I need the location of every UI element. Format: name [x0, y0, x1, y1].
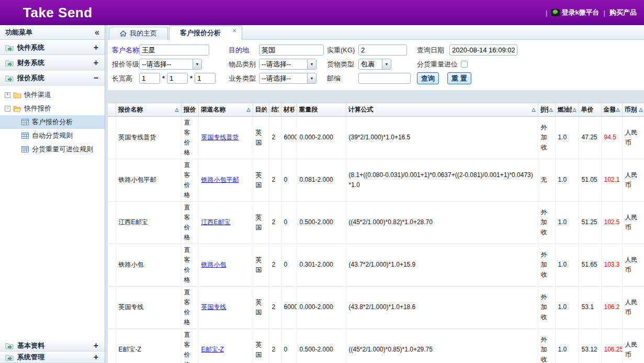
- query-date-input[interactable]: [449, 45, 517, 56]
- col-volume-factor[interactable]: 材积系数: [281, 103, 297, 116]
- settle-weight-cell: 2: [269, 244, 281, 286]
- channel-link[interactable]: 英国专线: [201, 303, 227, 311]
- length-input[interactable]: [139, 73, 160, 84]
- col-amount[interactable]: 金额△: [601, 103, 622, 116]
- row-selector-cell[interactable]: [108, 159, 116, 201]
- folder-icon: [13, 92, 21, 98]
- col-channel-name[interactable]: 渠道名称△: [198, 103, 253, 116]
- tree-leaf-split-weight-carry-rules[interactable]: 分货重量可进位规则: [0, 142, 105, 156]
- sidebar-group-quote-system[interactable]: 报价系统 −: [0, 70, 105, 85]
- tree-expand-icon[interactable]: +: [5, 92, 10, 98]
- volume-factor-cell: 0: [281, 328, 297, 363]
- app-window: Take Send | 登录k微平台 | 购买产品 功能菜单 «: [0, 0, 644, 363]
- height-input[interactable]: [195, 73, 216, 84]
- buy-product-link[interactable]: 购买产品: [609, 8, 637, 17]
- reset-button[interactable]: 重 置: [447, 72, 471, 84]
- sort-asc-icon[interactable]: △: [573, 107, 577, 112]
- sidebar-group-basic-data[interactable]: 基本资料 +: [0, 340, 105, 351]
- plus-icon[interactable]: +: [94, 342, 98, 349]
- channel-link[interactable]: E邮宝-Z: [201, 346, 224, 353]
- sort-asc-icon[interactable]: △: [639, 107, 643, 112]
- row-selector-cell[interactable]: [108, 328, 116, 363]
- tab-customer-quote-analysis[interactable]: 客户报价分析 ✕: [169, 26, 242, 40]
- sort-asc-icon[interactable]: △: [175, 107, 179, 112]
- sidebar-group-finance-system[interactable]: 财务系统 +: [0, 55, 105, 70]
- weight-range-cell: 0.500-2.000: [297, 328, 346, 363]
- quote-level-cell: 直客价格: [181, 286, 198, 328]
- width-input[interactable]: [167, 73, 188, 84]
- plus-icon[interactable]: +: [94, 59, 98, 67]
- customer-name-input[interactable]: [139, 45, 209, 56]
- col-row-selector[interactable]: [108, 103, 116, 116]
- volume-factor-cell: 6000: [281, 116, 297, 159]
- tab-my-homepage[interactable]: 我的主页: [109, 27, 168, 40]
- tree-collapse-icon[interactable]: -: [5, 106, 10, 112]
- zip-code-input[interactable]: [358, 73, 411, 84]
- row-selector-cell[interactable]: [108, 286, 116, 328]
- actual-weight-input[interactable]: [358, 45, 407, 56]
- sort-asc-icon[interactable]: △: [549, 107, 553, 112]
- sort-asc-icon[interactable]: △: [247, 107, 251, 112]
- amount-cell: 106.25: [601, 328, 622, 363]
- settle-weight-cell: 2: [269, 159, 281, 201]
- col-discount[interactable]: 折扣△: [538, 103, 555, 116]
- cargo-type-select[interactable]: 包裹 ▼: [358, 59, 391, 70]
- channel-link[interactable]: 英国专线普货: [201, 134, 239, 141]
- fuel-surcharge-cell: 1.0: [555, 201, 579, 244]
- row-selector-cell[interactable]: [108, 244, 116, 286]
- row-selector-cell[interactable]: [108, 116, 116, 159]
- col-formula[interactable]: 计算公式△: [346, 103, 538, 116]
- col-currency[interactable]: 币别△: [622, 103, 644, 116]
- folder-arrow-icon: [5, 342, 14, 349]
- unit-price-cell: 51.65: [579, 244, 601, 286]
- minus-icon[interactable]: −: [94, 74, 98, 82]
- zip-code-label: 邮编: [327, 74, 358, 83]
- business-type-select[interactable]: --请选择-- ▼: [259, 73, 317, 84]
- sort-asc-icon[interactable]: △: [616, 107, 620, 112]
- sidebar-group-express-system[interactable]: 快件系统 +: [0, 40, 105, 55]
- tree-node-express-channel[interactable]: + 快件渠道: [0, 88, 105, 102]
- currency-cell: 人民币: [622, 286, 644, 328]
- plus-icon[interactable]: +: [94, 354, 98, 361]
- dropdown-arrow-icon: ▼: [193, 59, 201, 69]
- query-date-label: 查询日期: [417, 46, 449, 55]
- tree-leaf-auto-split-rules[interactable]: 自动分货规则: [0, 129, 105, 142]
- unit-price-cell: 51.05: [579, 159, 601, 201]
- col-destination[interactable]: 目的地: [253, 103, 269, 116]
- channel-name-cell: 英国专线普货: [198, 116, 253, 159]
- col-settle-weight[interactable]: 结算重量: [269, 103, 281, 116]
- col-fuel-surcharge[interactable]: 燃油附加△: [555, 103, 579, 116]
- sidebar-footer: 基本资料 + 系统管理 +: [0, 340, 105, 363]
- sidebar-title-bar: 功能菜单 «: [0, 25, 105, 40]
- destination-input[interactable]: [259, 45, 324, 56]
- sidebar-group-system-admin[interactable]: 系统管理 +: [0, 351, 105, 363]
- col-unit-price[interactable]: 单价: [579, 103, 601, 116]
- search-button[interactable]: 查询: [417, 72, 439, 84]
- formula-cell: (8.1+((0.080-0.031)/0.001+1)*0.0637+((2-…: [346, 159, 538, 201]
- tree-leaf-customer-quote-analysis[interactable]: 客户报价分析: [0, 115, 105, 129]
- unit-price-cell: 47.25: [579, 116, 601, 159]
- col-quote-level[interactable]: 报价等级: [181, 103, 198, 116]
- table-row: 江西E邮宝 直客价格 江西E邮宝 英国 2 0 0.500-2.000 ((45…: [108, 201, 644, 244]
- quote-level-label: 报价等级: [112, 60, 139, 69]
- wechat-login-link[interactable]: 登录k微平台: [551, 8, 599, 17]
- quote-name-cell: 铁路小包: [116, 244, 181, 286]
- col-weight-range[interactable]: 重量段: [297, 103, 346, 116]
- unit-price-cell: 51.25: [579, 201, 601, 244]
- close-icon[interactable]: ✕: [232, 28, 236, 34]
- tree-node-express-quote[interactable]: - 快件报价: [0, 102, 105, 115]
- destination-cell: 英国: [253, 159, 269, 201]
- tab-label: 我的主页: [130, 29, 157, 38]
- channel-link[interactable]: 铁路小包: [201, 261, 227, 268]
- channel-link[interactable]: 铁路小包平邮: [201, 176, 239, 183]
- plus-icon[interactable]: +: [94, 44, 98, 51]
- row-selector-cell[interactable]: [108, 201, 116, 244]
- amount-cell: 103.3: [601, 244, 622, 286]
- split-weight-carry-checkbox[interactable]: [461, 61, 468, 68]
- quote-level-select[interactable]: --请选择-- ▼: [139, 59, 202, 70]
- item-type-select[interactable]: --请选择-- ▼: [259, 59, 317, 70]
- sort-asc-icon[interactable]: △: [532, 107, 536, 112]
- col-quote-name[interactable]: 报价名称△: [116, 103, 181, 116]
- sidebar-collapse-icon[interactable]: «: [95, 28, 99, 37]
- channel-link[interactable]: 江西E邮宝: [201, 218, 231, 226]
